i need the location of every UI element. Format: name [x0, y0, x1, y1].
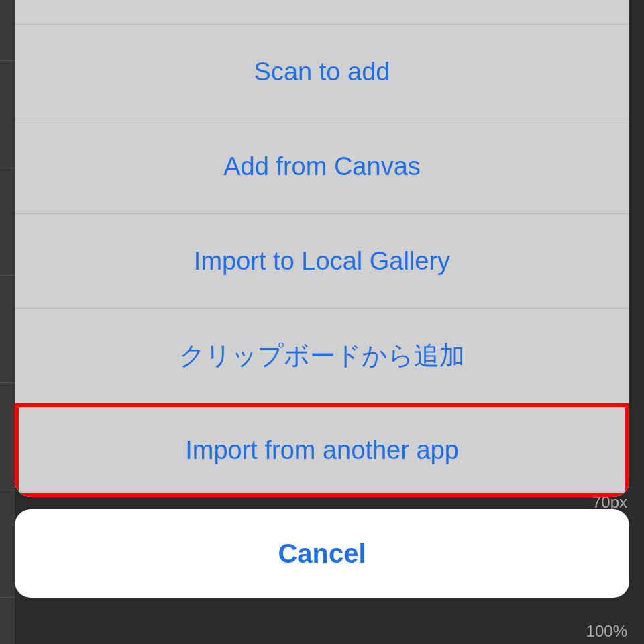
option-import-another-app[interactable]: Import from another app [15, 402, 629, 497]
cancel-label: Cancel [278, 539, 366, 569]
option-scan-to-add[interactable]: Scan to add [15, 24, 629, 119]
option-add-from-clipboard[interactable]: クリップボードから追加 [15, 308, 629, 402]
action-sheet-options: Scan to add Add from Canvas Import to Lo… [15, 0, 629, 497]
option-label: Scan to add [254, 58, 390, 87]
option-import-local-gallery[interactable]: Import to Local Gallery [15, 213, 629, 308]
cancel-button[interactable]: Cancel [15, 509, 629, 598]
option-label: Import from another app [185, 436, 459, 465]
action-sheet: Scan to add Add from Canvas Import to Lo… [15, 0, 629, 644]
option-add-from-canvas[interactable]: Add from Canvas [15, 119, 629, 213]
option-label: Import to Local Gallery [194, 247, 450, 276]
ruler-background [0, 0, 15, 644]
option-label: クリップボードから追加 [179, 339, 465, 373]
option-label: Add from Canvas [223, 152, 421, 181]
option-partial-top[interactable] [15, 0, 629, 24]
